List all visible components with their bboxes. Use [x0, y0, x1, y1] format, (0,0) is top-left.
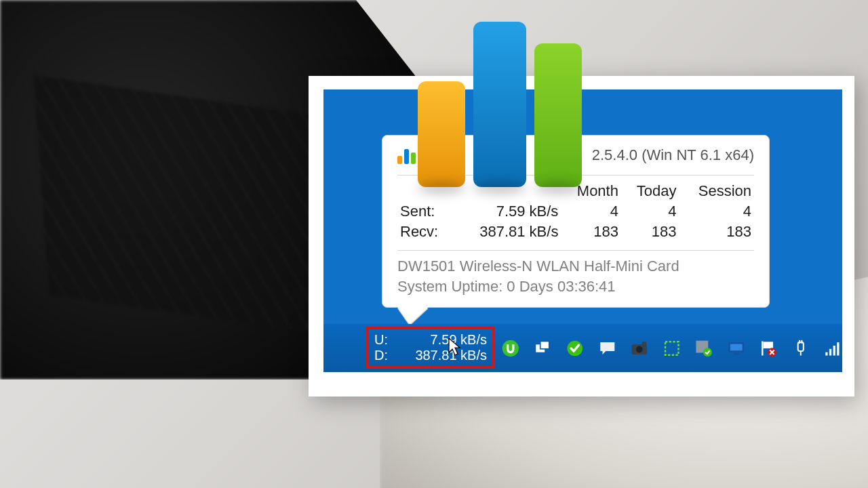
green-square-app-icon[interactable]: [663, 337, 682, 360]
upload-label: U:: [374, 332, 388, 348]
svg-point-5: [636, 346, 643, 352]
app-version-text: 2.5.4.0 (Win NT 6.1 x64): [592, 146, 754, 164]
app-logo-small-icon: [397, 146, 416, 164]
svg-rect-20: [829, 348, 831, 355]
col-today: Today: [621, 181, 679, 201]
app-logo-icon: [418, 18, 585, 187]
tooltip-arrow: [397, 307, 429, 325]
windows-cascade-icon[interactable]: [534, 337, 553, 360]
power-plug-icon[interactable]: [791, 337, 810, 360]
svg-rect-7: [665, 342, 678, 354]
download-label: D:: [374, 348, 388, 363]
svg-rect-11: [730, 344, 743, 350]
svg-rect-22: [837, 342, 840, 355]
svg-rect-2: [540, 341, 549, 348]
tray-netspeed-deskband[interactable]: U: 7.59 kB/s D: 387.81 kB/s: [366, 327, 495, 369]
tooltip-footer: DW1501 Wireless-N WLAN Half-Mini Card Sy…: [397, 250, 754, 296]
row-recv: Recv: 387.81 kB/s 183 183 183: [397, 222, 754, 242]
system-uptime: System Uptime: 0 Days 03:36:41: [397, 277, 754, 297]
wifi-signal-icon[interactable]: [823, 337, 842, 360]
logo-bar-green: [534, 43, 582, 187]
svg-rect-13: [762, 341, 763, 355]
logo-bar-orange: [418, 81, 465, 187]
svg-rect-15: [798, 342, 804, 351]
utorrent-icon[interactable]: [501, 337, 520, 360]
camera-icon[interactable]: [630, 337, 649, 360]
chat-bubble-icon[interactable]: [598, 337, 617, 360]
svg-rect-12: [734, 353, 739, 354]
taskbar: U: 7.59 kB/s D: 387.81 kB/s: [323, 324, 842, 372]
svg-rect-21: [833, 345, 835, 355]
col-session: Session: [679, 181, 754, 201]
shield-check-icon[interactable]: [566, 337, 585, 360]
logo-bar-blue: [473, 22, 526, 187]
monitor-app-icon[interactable]: [727, 337, 746, 360]
download-rate: 387.81 kB/s: [415, 348, 487, 363]
row-sent: Sent: 7.59 kB/s 4 4 4: [397, 201, 754, 222]
system-tray: [497, 324, 842, 372]
svg-rect-6: [642, 342, 646, 345]
updater-check-icon[interactable]: [694, 337, 713, 360]
flag-blocked-icon[interactable]: [759, 337, 778, 360]
adapter-name: DW1501 Wireless-N WLAN Half-Mini Card: [397, 256, 754, 277]
svg-rect-19: [826, 352, 828, 355]
upload-rate: 7.59 kB/s: [431, 332, 487, 348]
svg-point-0: [502, 340, 519, 356]
screenshot-stage: 2.5.4.0 (Win NT 6.1 x64) Month Today Ses…: [0, 0, 868, 488]
